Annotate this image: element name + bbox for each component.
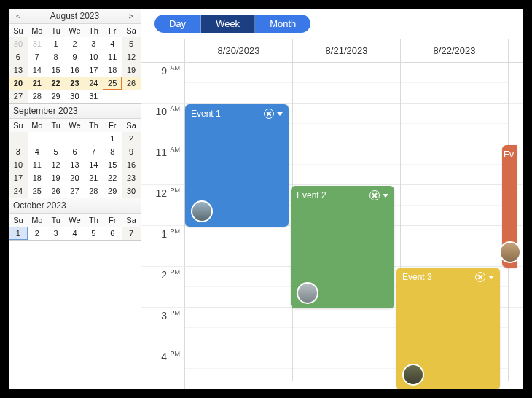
mini-cal-day[interactable]: 11 — [103, 50, 122, 63]
mini-cal-day[interactable]: 18 — [103, 63, 122, 77]
view-month-button[interactable]: Month — [255, 15, 310, 33]
schedule-cell[interactable] — [293, 63, 400, 104]
schedule-cell[interactable] — [401, 104, 508, 144]
schedule-cell[interactable] — [401, 63, 508, 104]
mini-cal-day[interactable]: 3 — [9, 145, 28, 158]
view-week-button[interactable]: Week — [201, 15, 255, 33]
mini-cal-day[interactable]: 16 — [122, 158, 141, 171]
schedule-cell[interactable] — [185, 348, 292, 389]
mini-cal-day[interactable]: 31 — [28, 37, 47, 50]
mini-cal-day[interactable]: 7 — [122, 227, 141, 240]
mini-cal-day[interactable]: 25 — [28, 184, 47, 198]
close-icon[interactable] — [264, 109, 274, 119]
calendar-event[interactable]: Ev — [502, 145, 517, 268]
mini-cal-day[interactable]: 5 — [47, 145, 66, 158]
mini-cal-day[interactable]: 24 — [9, 184, 28, 198]
prev-month-button[interactable]: < — [13, 12, 23, 20]
mini-cal-day[interactable]: 30 — [9, 37, 28, 50]
mini-cal-day[interactable]: 3 — [84, 37, 103, 50]
schedule-cell[interactable] — [185, 308, 292, 348]
mini-cal-day[interactable]: 1 — [47, 37, 66, 50]
mini-cal-day[interactable]: 22 — [47, 77, 66, 90]
schedule-cell[interactable] — [293, 308, 400, 348]
close-icon[interactable] — [369, 190, 380, 200]
day-header[interactable]: 8/22/2023 — [401, 39, 508, 63]
mini-cal-day[interactable]: 11 — [28, 158, 47, 171]
mini-cal-day[interactable]: 10 — [9, 158, 28, 171]
mini-cal-day[interactable]: 3 — [47, 227, 66, 240]
mini-cal-day[interactable]: 29 — [47, 90, 66, 103]
mini-cal-day[interactable]: 13 — [9, 63, 28, 77]
mini-cal-day[interactable]: 5 — [84, 227, 103, 240]
mini-cal-day[interactable]: 14 — [28, 63, 47, 77]
schedule-cell[interactable] — [401, 226, 508, 267]
mini-cal-day[interactable]: 2 — [28, 227, 47, 240]
mini-cal-day[interactable]: 15 — [47, 63, 66, 77]
mini-cal-day[interactable]: 13 — [66, 158, 85, 171]
mini-cal-day[interactable]: 30 — [66, 90, 85, 103]
schedule-cell[interactable] — [401, 144, 508, 185]
mini-cal-day[interactable]: 4 — [103, 37, 122, 50]
schedule-cell[interactable] — [293, 348, 400, 389]
mini-cal-day[interactable]: 1 — [103, 132, 122, 145]
mini-cal-day[interactable]: 8 — [103, 145, 122, 158]
mini-cal-day[interactable]: 26 — [47, 184, 66, 198]
mini-cal-day[interactable]: 20 — [66, 171, 85, 184]
mini-cal-day[interactable]: 7 — [28, 50, 47, 63]
close-icon[interactable] — [475, 272, 485, 282]
mini-cal-day[interactable]: 2 — [122, 132, 141, 145]
schedule-cell[interactable] — [185, 63, 292, 104]
next-month-button[interactable]: > — [126, 12, 136, 20]
mini-cal-day[interactable]: 4 — [28, 145, 47, 158]
mini-cal-day[interactable]: 6 — [66, 145, 85, 158]
mini-cal-day[interactable]: 28 — [28, 90, 47, 103]
mini-cal-day[interactable]: 15 — [103, 158, 122, 171]
schedule-cell[interactable] — [293, 104, 400, 144]
mini-cal-day[interactable]: 9 — [66, 50, 85, 63]
mini-cal-day[interactable]: 16 — [66, 63, 85, 77]
chevron-down-icon[interactable] — [277, 112, 283, 116]
mini-cal-day[interactable]: 4 — [66, 227, 85, 240]
chevron-down-icon[interactable] — [488, 276, 494, 279]
mini-cal-day[interactable]: 29 — [103, 184, 122, 198]
day-header[interactable]: 8/21/2023 — [293, 39, 400, 63]
calendar-event[interactable]: Event 1 — [185, 104, 289, 227]
mini-cal-day[interactable]: 25 — [103, 77, 122, 90]
mini-cal-day[interactable]: 12 — [47, 158, 66, 171]
mini-cal-day[interactable]: 6 — [9, 50, 28, 63]
mini-cal-day[interactable]: 27 — [9, 90, 28, 103]
mini-cal-day[interactable]: 24 — [84, 77, 103, 90]
mini-cal-day[interactable]: 23 — [122, 171, 141, 184]
mini-cal-day[interactable]: 17 — [9, 171, 28, 184]
mini-cal-day[interactable]: 28 — [84, 184, 103, 198]
mini-cal-day[interactable]: 21 — [84, 171, 103, 184]
mini-cal-day[interactable]: 10 — [84, 50, 103, 63]
mini-cal-day[interactable]: 14 — [84, 158, 103, 171]
view-day-button[interactable]: Day — [154, 15, 201, 33]
mini-cal-day[interactable]: 23 — [66, 77, 85, 90]
calendar-event[interactable]: Event 3 — [396, 268, 500, 389]
mini-cal-day[interactable]: 6 — [103, 227, 122, 240]
schedule-cell[interactable] — [401, 185, 508, 226]
mini-cal-day[interactable]: 5 — [122, 37, 141, 50]
mini-cal-day[interactable]: 2 — [66, 37, 85, 50]
mini-cal-day[interactable]: 20 — [9, 77, 28, 90]
calendar-event[interactable]: Event 2 — [291, 186, 394, 308]
mini-cal-day[interactable]: 1 — [9, 227, 28, 240]
mini-cal-day[interactable]: 7 — [84, 145, 103, 158]
mini-cal-day[interactable]: 21 — [28, 77, 47, 90]
schedule-cell[interactable] — [293, 144, 400, 185]
mini-cal-day[interactable]: 22 — [103, 171, 122, 184]
mini-cal-day[interactable]: 30 — [122, 184, 141, 198]
day-header[interactable]: 8/20/2023 — [185, 39, 292, 63]
mini-cal-day[interactable]: 18 — [28, 171, 47, 184]
schedule-cell[interactable] — [185, 226, 292, 267]
mini-cal-day[interactable]: 19 — [122, 63, 141, 77]
mini-cal-day[interactable]: 17 — [84, 63, 103, 77]
chevron-down-icon[interactable] — [383, 194, 388, 198]
mini-cal-day[interactable]: 9 — [122, 145, 141, 158]
mini-cal-day[interactable]: 8 — [47, 50, 66, 63]
schedule-cell[interactable] — [185, 267, 292, 308]
mini-cal-day[interactable]: 31 — [84, 90, 103, 103]
mini-cal-day[interactable]: 12 — [122, 50, 141, 63]
